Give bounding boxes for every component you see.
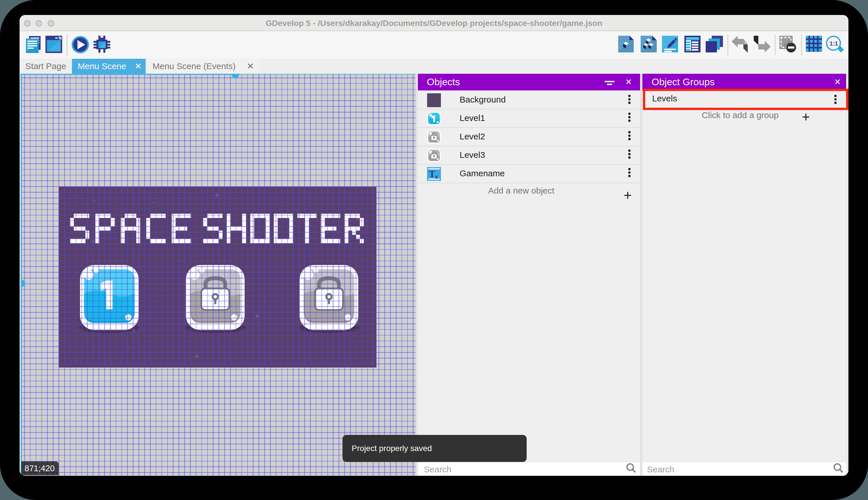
svg-text:1:1: 1:1 xyxy=(830,40,838,47)
svg-text:T: T xyxy=(429,169,435,180)
svg-text:x: x xyxy=(435,173,438,180)
